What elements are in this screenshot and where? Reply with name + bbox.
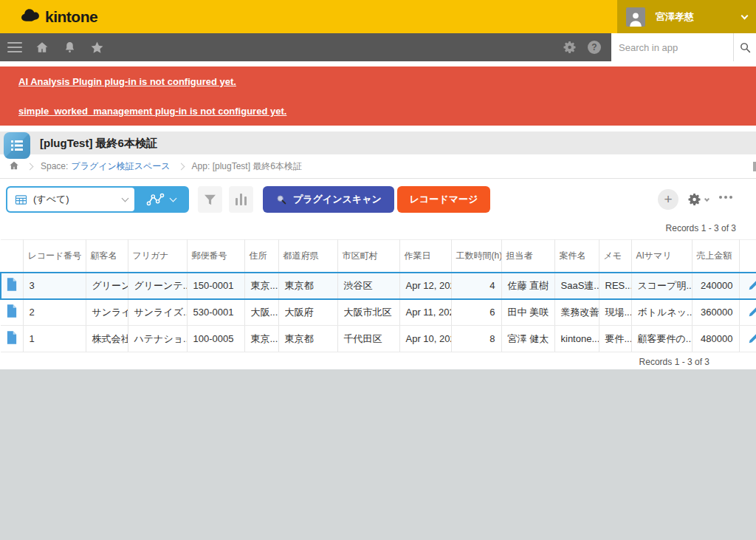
cell: SaaS連... [554, 273, 599, 299]
cell: 株式会社... [86, 326, 128, 352]
breadcrumb-space: Space: プラグイン検証スペース [41, 160, 171, 173]
chart-button[interactable] [229, 186, 253, 213]
filter-button[interactable] [198, 186, 222, 213]
column-header[interactable]: 住所 [244, 240, 278, 273]
column-header[interactable]: レコード番号 [23, 240, 86, 273]
breadcrumb-separator [177, 163, 185, 170]
table-header-row: レコード番号顧客名フリガナ郵便番号住所都道府県市区町村作業日工数時間(h)担当者… [1, 240, 756, 273]
cell: 宮澤 健太 [501, 326, 554, 352]
star-icon[interactable] [89, 40, 104, 55]
app-title: [plugTest] 最終6本検証 [40, 131, 157, 154]
global-toolbar: ? [0, 33, 756, 61]
hamburger-icon[interactable] [7, 42, 22, 52]
cell: 大阪市北区 [337, 299, 399, 326]
table-row[interactable]: 1株式会社...ハテナショ...100-0005東京...東京都千代田区Apr … [1, 326, 756, 352]
cell: 東京... [244, 273, 278, 299]
column-header[interactable]: 顧客名 [86, 240, 128, 273]
person-icon [628, 10, 644, 27]
column-header[interactable]: 都道府県 [278, 240, 337, 273]
cell: kintone... [554, 326, 599, 352]
cell: 1 [23, 326, 86, 352]
record-link-icon[interactable] [1, 326, 23, 352]
app-icon[interactable] [4, 132, 30, 159]
cloud-icon [21, 8, 41, 25]
record-merge-button[interactable]: レコードマージ [397, 186, 491, 213]
cell: 4 [451, 273, 501, 299]
record-link-icon[interactable] [1, 299, 23, 326]
column-header[interactable]: フリガナ [128, 240, 187, 273]
bell-icon[interactable] [62, 40, 77, 55]
column-header[interactable]: 作業日 [399, 240, 451, 273]
edit-record-button[interactable] [739, 326, 756, 352]
column-header[interactable]: 工数時間(h) [451, 240, 501, 273]
search-input[interactable] [611, 33, 733, 61]
view-selector[interactable]: (すべて) [7, 188, 134, 211]
table-row[interactable]: 3グリーン...グリーンテ...150-0001東京...東京都渋谷区Apr 1… [1, 273, 756, 299]
spacer [0, 61, 756, 66]
page-background [0, 369, 756, 540]
breadcrumb-separator [27, 163, 34, 170]
table-row[interactable]: 2サンライ...サンライズ...530-0001大阪...大阪府大阪市北区Apr… [1, 299, 756, 326]
pencil-icon [748, 278, 756, 291]
search-button[interactable] [733, 33, 756, 61]
column-header[interactable]: AIサマリ [631, 240, 692, 273]
column-header-icon [1, 240, 23, 273]
column-header-edit [739, 240, 756, 273]
record-list-area: (すべて) プラグインスキャン レコードマージ + [0, 179, 756, 369]
column-header[interactable]: 郵便番号 [187, 240, 244, 273]
more-options-button[interactable] [719, 196, 732, 199]
cell: 360000 [692, 299, 739, 326]
cell: スコープ明... [631, 273, 692, 299]
cell: グリーン... [86, 273, 128, 299]
records-table: レコード番号顧客名フリガナ郵便番号住所都道府県市区町村作業日工数時間(h)担当者… [0, 239, 756, 352]
magnifier-icon [739, 41, 752, 54]
column-header[interactable]: 市区町村 [337, 240, 399, 273]
cell: 530-0001 [187, 299, 244, 326]
user-menu[interactable]: 宮澤孝慈 [617, 0, 756, 33]
cell: 要件... [599, 326, 631, 352]
breadcrumb-home-icon[interactable] [9, 160, 19, 173]
records-table-wrap: レコード番号顧客名フリガナ郵便番号住所都道府県市区町村作業日工数時間(h)担当者… [0, 239, 756, 352]
alert-link-ai-analysis[interactable]: AI Analysis Plugin plug-in is not config… [18, 76, 756, 87]
cell: 現場... [599, 299, 631, 326]
record-link-icon[interactable] [1, 273, 23, 299]
cell: サンライ... [86, 299, 128, 326]
add-record-button[interactable]: + [658, 189, 678, 210]
view-settings-button[interactable] [687, 192, 709, 207]
column-header[interactable]: メモ [599, 240, 631, 273]
funnel-icon [203, 193, 217, 207]
graph-view-button[interactable] [134, 188, 188, 211]
cell: 大阪府 [278, 299, 337, 326]
cell: 東京都 [278, 273, 337, 299]
cell: Apr 10, 2026 [399, 326, 451, 352]
column-header[interactable]: 担当者 [501, 240, 554, 273]
column-header[interactable]: 売上金額 [692, 240, 739, 273]
alert-link-simple-worked[interactable]: simple_worked_management plug-in is not … [18, 106, 756, 117]
help-icon[interactable]: ? [588, 41, 601, 54]
cell: 8 [451, 326, 501, 352]
edit-record-button[interactable] [739, 273, 756, 299]
space-link[interactable]: プラグイン検証スペース [71, 160, 170, 173]
home-icon[interactable] [35, 40, 49, 55]
gear-icon [687, 192, 702, 207]
plugin-scan-button[interactable]: プラグインスキャン [263, 186, 394, 213]
cell: 3 [23, 273, 86, 299]
chevron-down-icon [170, 195, 177, 202]
document-icon [7, 278, 17, 291]
chevron-down-icon [741, 12, 749, 19]
gear-icon[interactable] [563, 40, 577, 55]
search-group [611, 33, 756, 61]
space-prefix: Space: [41, 161, 68, 171]
column-header[interactable]: 案件名 [554, 240, 599, 273]
magnifier-icon [275, 194, 287, 205]
cell: 480000 [692, 326, 739, 352]
pencil-icon [748, 305, 756, 318]
cell: 2 [23, 299, 86, 326]
edit-record-button[interactable] [739, 299, 756, 326]
record-merge-label: レコードマージ [410, 193, 478, 206]
cell: Apr 11, 2026 [399, 299, 451, 326]
cell: 千代田区 [337, 326, 399, 352]
kintone-logo[interactable]: kintone [21, 0, 97, 33]
cell: 田中 美咲 [501, 299, 554, 326]
cell: グリーンテ... [128, 273, 187, 299]
